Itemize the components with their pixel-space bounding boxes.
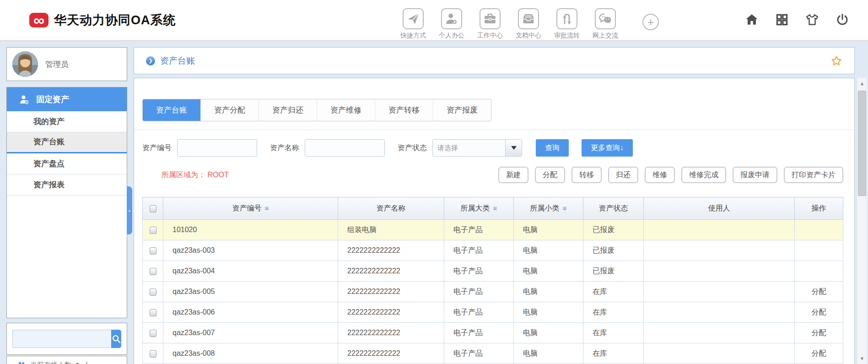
sidebar-item-资产台账[interactable]: 资产台账 (7, 132, 127, 153)
favorite-star-icon[interactable] (830, 55, 842, 67)
action-button-转移[interactable]: 转移 (571, 167, 602, 183)
sidebar-section-fixed-assets[interactable]: 固定资产 (7, 87, 127, 111)
cell-asset-name: 2222222222222 (338, 323, 444, 343)
select-all-checkbox[interactable] (150, 205, 156, 212)
tab-资产台账[interactable]: 资产台账 (143, 99, 201, 121)
cell-asset-name: 2222222222222 (338, 302, 444, 323)
row-checkbox[interactable] (150, 350, 156, 358)
nav-item-1[interactable]: 快捷方式 (399, 8, 427, 40)
row-checkbox[interactable] (150, 288, 156, 296)
row-checkbox[interactable] (150, 330, 156, 337)
column-header-资产编号[interactable]: 资产编号≡ (163, 197, 338, 220)
table-header-row: 资产编号≡资产名称所属大类≡所属小类≡资产状态使用人操作 (143, 197, 843, 220)
more-search-button[interactable]: 更多查询↓ (582, 139, 633, 157)
tab-资产报废[interactable]: 资产报废 (433, 99, 491, 121)
asset-code-input[interactable] (177, 139, 257, 157)
chevron-left-icon: ‹ (129, 207, 130, 214)
cell-user (644, 343, 795, 364)
cell-subcategory: 电脑 (514, 261, 583, 282)
sidebar-item-资产报表[interactable]: 资产报表 (7, 174, 127, 196)
column-header-所属大类[interactable]: 所属大类≡ (444, 197, 514, 220)
vertical-scrollbar[interactable]: ▲ ▼ (857, 78, 867, 364)
assign-link[interactable]: 分配 (812, 329, 826, 337)
avatar[interactable] (12, 51, 38, 77)
apps-grid-icon[interactable] (775, 13, 789, 27)
scroll-up-arrow[interactable]: ▲ (857, 79, 867, 88)
plus-icon: + (647, 16, 654, 28)
column-header-资产状态: 资产状态 (583, 197, 644, 220)
sidebar-item-我的资产[interactable]: 我的资产 (7, 111, 127, 132)
chevron-right-circle-icon: ❯ (146, 56, 155, 65)
row-checkbox-cell (143, 302, 163, 323)
tab-资产转移[interactable]: 资产转移 (375, 99, 433, 121)
action-button-维修完成[interactable]: 维修完成 (681, 167, 726, 183)
action-button-归还[interactable]: 归还 (608, 167, 638, 183)
region-toolbar: 所属区域为： ROOT 新建分配转移归还维修维修完成报废申请打印资产卡片 (142, 167, 843, 183)
cell-action: 分配 (795, 323, 843, 343)
action-button-维修[interactable]: 维修 (645, 167, 675, 183)
person-star-icon (441, 8, 462, 29)
nav-item-5[interactable]: 审批流转 (553, 8, 581, 40)
cell-user (644, 220, 795, 240)
cell-action (795, 261, 843, 282)
asset-status-select[interactable]: 请选择 (432, 139, 522, 157)
content-panel: 资产台账资产分配资产归还资产维修资产转移资产报废 资产编号 资产名称 资产状态 … (134, 78, 855, 364)
action-button-打印资产卡片[interactable]: 打印资产卡片 (784, 167, 843, 183)
asset-name-input[interactable] (305, 139, 385, 157)
cell-asset-code: qaz23as-003 (163, 240, 338, 261)
tab-资产维修[interactable]: 资产维修 (317, 99, 375, 121)
online-users-panel: 当前在线人数 3 人 (6, 356, 127, 364)
power-icon[interactable] (836, 13, 849, 27)
add-module-button[interactable]: + (642, 14, 659, 30)
asset-status-label: 资产状态 (398, 143, 427, 153)
dropdown-arrow-button[interactable] (505, 140, 522, 156)
search-button[interactable]: 查询 (536, 139, 569, 157)
cell-subcategory: 电脑 (514, 323, 583, 343)
home-icon[interactable] (745, 13, 759, 27)
page-title: 资产台账 (160, 55, 195, 67)
column-menu-icon[interactable]: ≡ (493, 204, 497, 212)
row-checkbox[interactable] (150, 309, 156, 316)
row-checkbox-cell (143, 343, 163, 364)
sidebar-search-button[interactable] (111, 330, 121, 348)
nav-item-2[interactable]: 个人办公 (437, 8, 466, 40)
column-header-所属小类[interactable]: 所属小类≡ (514, 197, 583, 220)
sidebar-search-input[interactable] (12, 330, 111, 348)
column-menu-icon[interactable]: ≡ (563, 204, 567, 212)
sidebar-item-资产盘点[interactable]: 资产盘点 (7, 153, 127, 174)
tab-资产分配[interactable]: 资产分配 (201, 99, 259, 121)
cell-asset-code: qaz23as-008 (163, 343, 338, 364)
row-checkbox[interactable] (150, 227, 156, 234)
row-checkbox[interactable] (150, 268, 156, 275)
sidebar-collapse-handle[interactable]: ‹ (127, 186, 132, 234)
tab-资产归还[interactable]: 资产归还 (259, 99, 317, 121)
scrollbar-thumb[interactable] (858, 91, 866, 196)
assign-link[interactable]: 分配 (812, 349, 826, 357)
action-button-分配[interactable]: 分配 (535, 167, 565, 183)
column-menu-icon[interactable]: ≡ (265, 204, 269, 212)
asset-name-label: 资产名称 (270, 143, 299, 153)
asset-code-label: 资产编号 (142, 143, 172, 153)
cell-asset-code: qaz23as-004 (163, 261, 338, 282)
online-users-count: 3 (75, 361, 79, 364)
nav-item-6[interactable]: 网上交流 (591, 8, 620, 40)
top-nav: 快捷方式 个人办公 工作中心 文档中心 审批流转 网上交流 (399, 8, 620, 40)
sidebar-search-panel (6, 323, 127, 355)
nav-item-3[interactable]: 工作中心 (476, 8, 504, 40)
action-button-报废申请[interactable]: 报废申请 (733, 167, 777, 183)
nav-item-4[interactable]: 文档中心 (514, 8, 543, 40)
action-button-新建[interactable]: 新建 (498, 167, 528, 183)
assign-link[interactable]: 分配 (812, 288, 826, 295)
cell-action: 分配 (795, 343, 843, 364)
cell-action (795, 240, 843, 261)
row-checkbox[interactable] (150, 247, 156, 255)
cell-status: 在库 (583, 343, 644, 364)
page-title-bar: ❯ 资产台账 (134, 47, 855, 74)
theme-shirt-icon[interactable] (805, 13, 819, 27)
cell-user (644, 261, 795, 282)
sidebar-menu: 我的资产资产台账资产盘点资产报表 (7, 111, 127, 196)
sidebar: 固定资产 我的资产资产台账资产盘点资产报表 (6, 87, 127, 318)
app-logo: ∞ 华天动力协同OA系统 (29, 12, 176, 28)
scroll-down-arrow[interactable]: ▼ (857, 354, 867, 363)
assign-link[interactable]: 分配 (812, 308, 826, 316)
